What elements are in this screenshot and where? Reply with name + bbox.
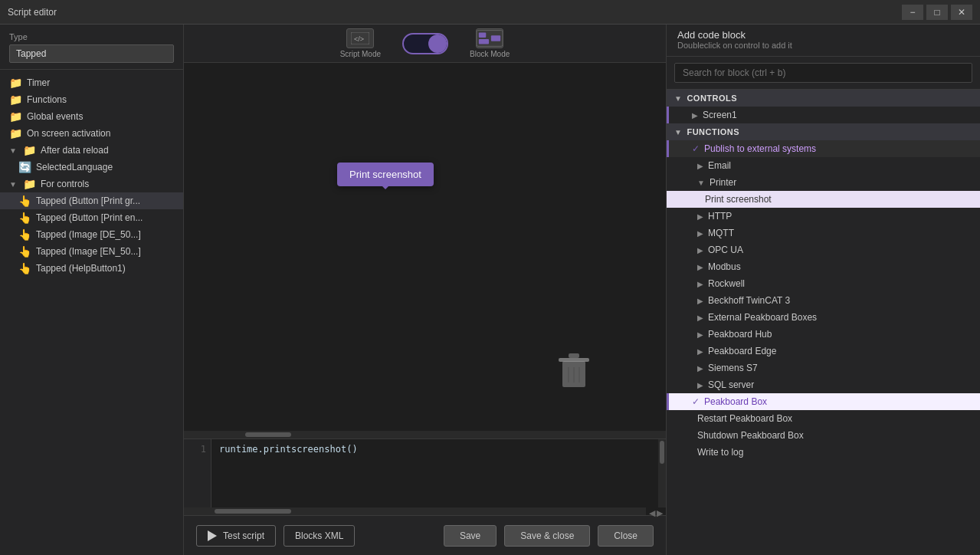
save-close-button[interactable]: Save & close xyxy=(504,525,590,547)
canvas-scrollbar[interactable] xyxy=(184,431,666,438)
print-screenshot-tooltip[interactable]: Print screenshot xyxy=(337,163,434,186)
rt-item-peakboard-box[interactable]: ✓ Peakboard Box xyxy=(669,393,980,410)
rt-item-http[interactable]: ▶ HTTP xyxy=(667,208,980,225)
tree-item-tapped-image-de[interactable]: 👆 Tapped (Image [DE_50...] xyxy=(0,226,183,243)
close-label: Close xyxy=(614,530,637,541)
chevron-down-icon: ▼ xyxy=(9,146,17,155)
svg-rect-3 xyxy=(479,32,486,38)
rt-item-label: External Peakboard Boxes xyxy=(708,312,817,323)
code-scroll-thumb-v xyxy=(660,441,664,464)
trash-icon-area xyxy=(559,352,589,392)
rt-item-label: Printer xyxy=(710,177,736,188)
tree-item-functions[interactable]: 📁 Functions xyxy=(0,91,183,108)
rt-item-label: SQL server xyxy=(708,379,754,390)
folder-icon: 📁 xyxy=(23,178,36,190)
close-window-button[interactable]: ✕ xyxy=(951,5,972,20)
tree-item-label: On screen activation xyxy=(27,128,110,139)
folder-icon: 📁 xyxy=(9,127,22,140)
center-panel: </> Script Mode xyxy=(184,25,666,555)
code-line-1: runtime.printscreenshot() xyxy=(219,444,358,455)
tree-item-tapped-print-gr[interactable]: 👆 Tapped (Button [Print gr... xyxy=(0,192,183,209)
cursor-icon: 👆 xyxy=(18,228,31,241)
folder-icon: 📁 xyxy=(9,110,22,123)
main-layout: Type 📁 Timer 📁 Functions 📁 Global events… xyxy=(0,25,980,555)
minimize-button[interactable]: − xyxy=(902,5,923,20)
title-bar: Script editor − □ ✕ xyxy=(0,0,980,25)
rt-item-print-screenshot[interactable]: Print screenshot xyxy=(667,191,980,208)
tree-item-global-events[interactable]: 📁 Global events xyxy=(0,108,183,125)
code-scrollbar-v[interactable] xyxy=(658,439,666,507)
expand-arrow: ▶ xyxy=(697,330,703,339)
tree-item-selected-language[interactable]: 🔄 SelectedLanguage xyxy=(0,159,183,176)
rt-item-write-log[interactable]: Write to log xyxy=(667,444,980,461)
rt-item-siemens[interactable]: ▶ Siemens S7 xyxy=(667,360,980,376)
controls-section-header[interactable]: ▼ CONTROLS xyxy=(667,90,980,107)
code-footer: ◀ ▶ xyxy=(184,507,666,515)
type-input[interactable] xyxy=(9,44,174,63)
rt-item-label: Peakboard Box xyxy=(704,396,767,407)
test-script-button[interactable]: Test script xyxy=(196,525,276,547)
script-mode-label: Script Mode xyxy=(340,50,381,58)
rt-item-modbus[interactable]: ▶ Modbus xyxy=(667,258,980,275)
trash-icon xyxy=(559,352,589,390)
check-icon: ✓ xyxy=(692,143,700,154)
block-mode-button[interactable]: Block Mode xyxy=(464,25,516,61)
search-input[interactable] xyxy=(674,63,972,83)
svg-rect-8 xyxy=(569,353,579,358)
code-scroll-thumb-h xyxy=(215,509,291,514)
add-code-subtitle: Doubleclick on control to add it xyxy=(677,41,969,50)
rt-item-screen1[interactable]: ▶ Screen1 xyxy=(669,107,980,123)
rt-item-publish[interactable]: ✓ Publish to external systems xyxy=(669,140,980,157)
rt-item-rockwell[interactable]: ▶ Rockwell xyxy=(667,275,980,292)
close-button[interactable]: Close xyxy=(598,525,654,547)
nav-left-arrow[interactable]: ◀ xyxy=(649,508,655,514)
expand-arrow: ▶ xyxy=(697,280,703,288)
tree-item-tapped-helpbutton[interactable]: 👆 Tapped (HelpButton1) xyxy=(0,260,183,277)
rt-item-pb-edge[interactable]: ▶ Peakboard Edge xyxy=(667,343,980,360)
svg-rect-5 xyxy=(491,35,500,41)
restore-button[interactable]: □ xyxy=(926,5,948,20)
rt-item-sql[interactable]: ▶ SQL server xyxy=(667,376,980,393)
rt-item-mqtt[interactable]: ▶ MQTT xyxy=(667,225,980,241)
save-button[interactable]: Save xyxy=(444,525,497,547)
mode-toggle[interactable] xyxy=(402,33,448,54)
toggle-switch[interactable] xyxy=(402,33,448,54)
rt-item-label: Shutdown Peakboard Box xyxy=(697,430,804,441)
block-mode-label: Block Mode xyxy=(470,50,510,58)
tree-item-after-data-reload[interactable]: ▼ 📁 After data reload xyxy=(0,142,183,159)
functions-section-header[interactable]: ▼ FUNCTIONS xyxy=(667,123,980,140)
rt-item-pb-hub[interactable]: ▶ Peakboard Hub xyxy=(667,326,980,343)
line-numbers: 1 xyxy=(184,439,211,507)
blocks-xml-button[interactable]: Blocks XML xyxy=(284,525,355,547)
rt-item-opcua[interactable]: ▶ OPC UA xyxy=(667,241,980,258)
rt-item-beckhoff[interactable]: ▶ Beckhoff TwinCAT 3 xyxy=(667,292,980,309)
tree-item-label: Tapped (Image [EN_50...] xyxy=(36,246,141,257)
script-mode-button[interactable]: </> Script Mode xyxy=(334,25,387,61)
tree-item-label: Tapped (Button [Print en... xyxy=(36,212,143,223)
tree-item-label: Functions xyxy=(27,94,67,105)
rt-item-printer[interactable]: ▼ Printer xyxy=(667,174,980,191)
rt-item-restart-pb[interactable]: Restart Peakboard Box xyxy=(667,410,980,427)
tree-item-for-controls[interactable]: ▼ 📁 For controls xyxy=(0,176,183,192)
tree-item-tapped-print-en[interactable]: 👆 Tapped (Button [Print en... xyxy=(0,209,183,226)
cursor-icon: 👆 xyxy=(18,262,31,274)
add-code-block-header: Add code block Doubleclick on control to… xyxy=(667,25,980,57)
rt-item-label: Rockwell xyxy=(708,278,745,289)
tree-item-label: After data reload xyxy=(41,145,109,156)
tree-item-tapped-image-en[interactable]: 👆 Tapped (Image [EN_50...] xyxy=(0,243,183,260)
rt-item-email[interactable]: ▶ Email xyxy=(667,157,980,174)
folder-icon: 📁 xyxy=(9,77,22,89)
cursor-icon: 👆 xyxy=(18,195,31,207)
tree-item-timer[interactable]: 📁 Timer xyxy=(0,74,183,91)
rt-item-shutdown-pb[interactable]: Shutdown Peakboard Box xyxy=(667,427,980,444)
save-label: Save xyxy=(460,530,480,541)
print-screenshot-label: Print screenshot xyxy=(349,169,421,180)
cursor-icon: 👆 xyxy=(18,212,31,224)
tree-item-on-screen-activation[interactable]: 📁 On screen activation xyxy=(0,125,183,142)
expand-arrow: ▶ xyxy=(697,381,703,389)
nav-right-arrow[interactable]: ▶ xyxy=(657,508,663,514)
code-content[interactable]: runtime.printscreenshot() xyxy=(211,439,658,507)
code-body: 1 runtime.printscreenshot() xyxy=(184,439,666,507)
blocks-xml-label: Blocks XML xyxy=(295,530,343,541)
rt-item-external-pb[interactable]: ▶ External Peakboard Boxes xyxy=(667,309,980,326)
